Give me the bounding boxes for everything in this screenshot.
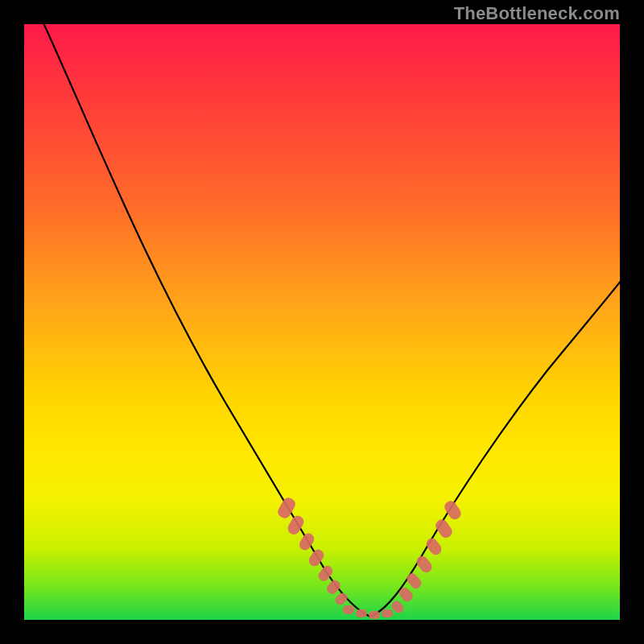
svg-rect-13 <box>405 572 423 591</box>
svg-rect-15 <box>424 536 444 557</box>
svg-rect-17 <box>442 499 463 522</box>
chart-svg <box>24 24 620 620</box>
svg-rect-5 <box>325 578 343 596</box>
curve-right <box>370 280 620 617</box>
svg-rect-10 <box>382 609 393 617</box>
watermark-text: TheBottleneck.com <box>454 3 620 24</box>
svg-rect-6 <box>333 591 349 607</box>
svg-rect-7 <box>343 605 354 614</box>
markers-left <box>276 496 349 607</box>
chart-container: TheBottleneck.com <box>0 0 644 644</box>
svg-rect-9 <box>369 611 380 619</box>
curve-left <box>40 24 370 617</box>
markers-right <box>390 499 463 615</box>
svg-rect-16 <box>433 518 454 540</box>
svg-rect-8 <box>356 609 367 617</box>
plot-area <box>24 24 620 620</box>
svg-rect-14 <box>415 554 435 575</box>
